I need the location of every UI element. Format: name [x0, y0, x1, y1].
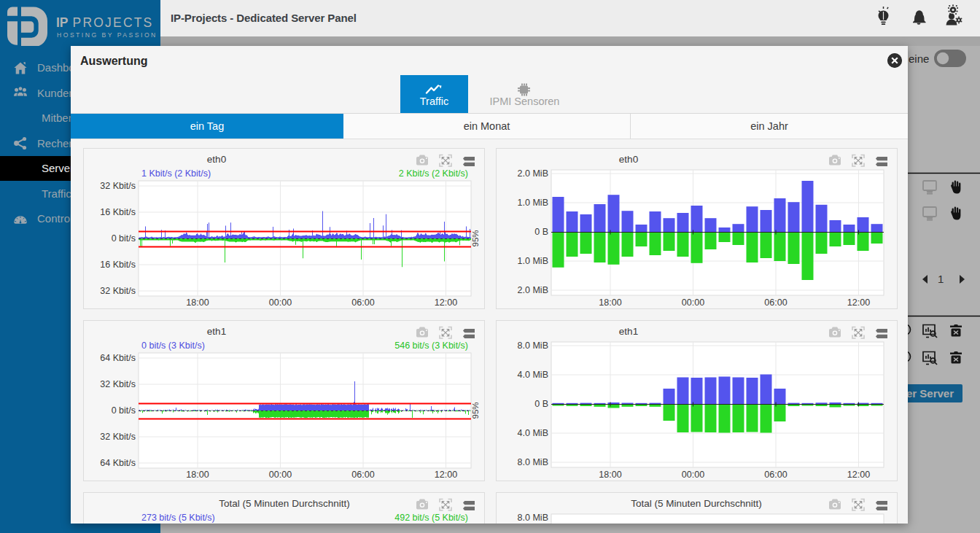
svg-text:06:00: 06:00 [764, 297, 787, 308]
svg-text:00:00: 00:00 [269, 470, 292, 480]
svg-text:16 Kbit/s: 16 Kbit/s [100, 260, 136, 270]
svg-text:12:00: 12:00 [847, 470, 870, 480]
svg-text:12:00: 12:00 [435, 297, 457, 308]
svg-text:2.0 MiB: 2.0 MiB [518, 168, 548, 179]
svg-text:95%: 95% [471, 402, 480, 419]
svg-text:eth0: eth0 [619, 154, 638, 165]
svg-text:06:00: 06:00 [351, 297, 374, 308]
svg-text:4.0 MiB: 4.0 MiB [518, 428, 548, 438]
svg-text:1.0 MiB: 1.0 MiB [518, 256, 548, 266]
svg-text:64 Kbit/s: 64 Kbit/s [100, 458, 136, 468]
svg-text:18:00: 18:00 [599, 470, 621, 480]
svg-text:Total (5 Minuten Durchschnitt): Total (5 Minuten Durchschnitt) [219, 498, 349, 509]
svg-text:eth1: eth1 [207, 326, 226, 337]
svg-text:Traffic: Traffic [42, 187, 71, 200]
svg-text:8.0 MiB: 8.0 MiB [518, 457, 548, 467]
svg-text:1.0 MiB: 1.0 MiB [518, 198, 548, 208]
svg-text:eth0: eth0 [207, 154, 226, 165]
svg-text:32 Kbit/s: 32 Kbit/s [100, 181, 136, 191]
svg-text:00:00: 00:00 [682, 470, 704, 480]
svg-text:1 Kbit/s (2 Kbit/s): 1 Kbit/s (2 Kbit/s) [141, 168, 211, 179]
svg-text:12:00: 12:00 [435, 470, 457, 480]
svg-text:Kunden: Kunden [37, 87, 75, 99]
svg-text:64 Kbit/s: 64 Kbit/s [100, 353, 136, 363]
svg-text:2 Kbit/s (2 Kbit/s): 2 Kbit/s (2 Kbit/s) [399, 168, 468, 179]
svg-text:18:00: 18:00 [599, 297, 621, 308]
svg-text:Total (5 Minuten Durchschnitt): Total (5 Minuten Durchschnitt) [631, 498, 761, 509]
svg-text:eth1: eth1 [619, 326, 638, 337]
svg-text:8.0 MiB: 8.0 MiB [518, 513, 548, 523]
svg-text:0 bit/s (3 Kbit/s): 0 bit/s (3 Kbit/s) [141, 341, 205, 351]
svg-text:06:00: 06:00 [764, 470, 787, 480]
svg-text:0 bit/s: 0 bit/s [112, 233, 136, 244]
svg-text:00:00: 00:00 [269, 297, 292, 308]
svg-text:0 B: 0 B [534, 227, 548, 237]
svg-text:32 Kbit/s: 32 Kbit/s [100, 432, 136, 442]
svg-text:18:00: 18:00 [186, 470, 209, 480]
svg-text:00:00: 00:00 [682, 297, 704, 308]
svg-text:492 bit/s (5 Kbit/s): 492 bit/s (5 Kbit/s) [394, 513, 468, 523]
svg-text:0 B: 0 B [534, 399, 548, 409]
svg-text:95%: 95% [471, 230, 480, 246]
svg-text:32 Kbit/s: 32 Kbit/s [100, 286, 136, 296]
svg-text:16 Kbit/s: 16 Kbit/s [100, 207, 136, 217]
svg-text:18:00: 18:00 [186, 297, 209, 308]
svg-text:4.0 MiB: 4.0 MiB [518, 370, 548, 380]
svg-text:546 bit/s (3 Kbit/s): 546 bit/s (3 Kbit/s) [394, 341, 468, 351]
svg-text:2.0 MiB: 2.0 MiB [518, 285, 548, 295]
svg-text:32 Kbit/s: 32 Kbit/s [100, 379, 136, 389]
svg-text:0 bit/s: 0 bit/s [112, 405, 136, 416]
svg-text:Server: Server [42, 162, 74, 174]
svg-text:273 bit/s (5 Kbit/s): 273 bit/s (5 Kbit/s) [141, 513, 215, 523]
svg-text:06:00: 06:00 [351, 470, 374, 480]
svg-text:8.0 MiB: 8.0 MiB [518, 341, 548, 351]
svg-text:12:00: 12:00 [847, 297, 870, 308]
